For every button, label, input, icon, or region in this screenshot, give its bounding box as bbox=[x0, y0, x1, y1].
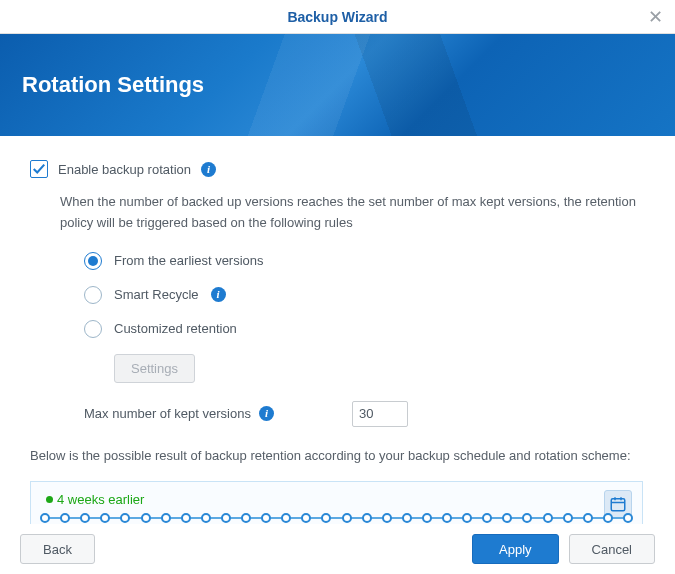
timeline-preview: 4 weeks earlier bbox=[30, 481, 643, 524]
timeline-dot bbox=[161, 513, 171, 523]
timeline-track bbox=[45, 517, 628, 519]
timeline-dot bbox=[442, 513, 452, 523]
info-icon[interactable]: i bbox=[259, 406, 274, 421]
radio-smart[interactable] bbox=[84, 286, 102, 304]
timeline-dot bbox=[80, 513, 90, 523]
preview-description: Below is the possible result of backup r… bbox=[30, 445, 643, 467]
timeline-dot bbox=[201, 513, 211, 523]
page-title: Rotation Settings bbox=[22, 72, 204, 98]
titlebar: Backup Wizard ✕ bbox=[0, 0, 675, 34]
timeline-dot bbox=[522, 513, 532, 523]
timeline-dot bbox=[281, 513, 291, 523]
timeline-dot bbox=[120, 513, 130, 523]
timeline-dot bbox=[603, 513, 613, 523]
calendar-icon bbox=[609, 495, 627, 513]
back-button[interactable]: Back bbox=[20, 534, 95, 564]
timeline-dot bbox=[181, 513, 191, 523]
timeline-label: 4 weeks earlier bbox=[57, 492, 630, 507]
timeline-dot bbox=[100, 513, 110, 523]
rotation-description: When the number of backed up versions re… bbox=[60, 192, 661, 234]
timeline-dot bbox=[563, 513, 573, 523]
timeline-dot bbox=[402, 513, 412, 523]
radio-earliest[interactable] bbox=[84, 252, 102, 270]
max-versions-label: Max number of kept versions bbox=[84, 406, 251, 421]
max-versions-row: Max number of kept versions i bbox=[84, 401, 661, 427]
radio-row-custom[interactable]: Customized retention bbox=[84, 320, 661, 338]
timeline-dot bbox=[482, 513, 492, 523]
radio-custom[interactable] bbox=[84, 320, 102, 338]
enable-rotation-row: Enable backup rotation i bbox=[30, 160, 661, 178]
timeline-dot bbox=[583, 513, 593, 523]
close-icon[interactable]: ✕ bbox=[648, 8, 663, 26]
timeline-dot bbox=[502, 513, 512, 523]
apply-button[interactable]: Apply bbox=[472, 534, 559, 564]
enable-rotation-checkbox[interactable] bbox=[30, 160, 48, 178]
radio-smart-label: Smart Recycle bbox=[114, 287, 199, 302]
timeline-dot bbox=[382, 513, 392, 523]
timeline-dot bbox=[141, 513, 151, 523]
timeline-dot bbox=[301, 513, 311, 523]
retention-radio-group: From the earliest versions Smart Recycle… bbox=[84, 252, 661, 338]
timeline-dot bbox=[623, 513, 633, 523]
info-icon[interactable]: i bbox=[211, 287, 226, 302]
timeline-dot bbox=[422, 513, 432, 523]
settings-button: Settings bbox=[114, 354, 195, 383]
radio-custom-label: Customized retention bbox=[114, 321, 237, 336]
timeline-dot bbox=[342, 513, 352, 523]
radio-row-earliest[interactable]: From the earliest versions bbox=[84, 252, 661, 270]
timeline-dot bbox=[321, 513, 331, 523]
timeline-dot bbox=[261, 513, 271, 523]
check-icon bbox=[32, 162, 46, 176]
enable-rotation-label: Enable backup rotation bbox=[58, 162, 191, 177]
radio-row-smart[interactable]: Smart Recycle i bbox=[84, 286, 661, 304]
timeline-dot bbox=[543, 513, 553, 523]
timeline-dot bbox=[221, 513, 231, 523]
timeline-dot bbox=[40, 513, 50, 523]
cancel-button[interactable]: Cancel bbox=[569, 534, 655, 564]
timeline-marker-icon bbox=[46, 496, 53, 503]
header-banner: Rotation Settings bbox=[0, 34, 675, 136]
svg-rect-0 bbox=[611, 498, 625, 510]
timeline-dot bbox=[60, 513, 70, 523]
footer-bar: Back Apply Cancel bbox=[0, 524, 675, 574]
window-title: Backup Wizard bbox=[287, 9, 387, 25]
radio-earliest-label: From the earliest versions bbox=[114, 253, 264, 268]
timeline-dot bbox=[241, 513, 251, 523]
timeline-dot bbox=[462, 513, 472, 523]
timeline-dot bbox=[362, 513, 372, 523]
max-versions-input[interactable] bbox=[352, 401, 408, 427]
content-area: Enable backup rotation i When the number… bbox=[0, 136, 675, 524]
info-icon[interactable]: i bbox=[201, 162, 216, 177]
